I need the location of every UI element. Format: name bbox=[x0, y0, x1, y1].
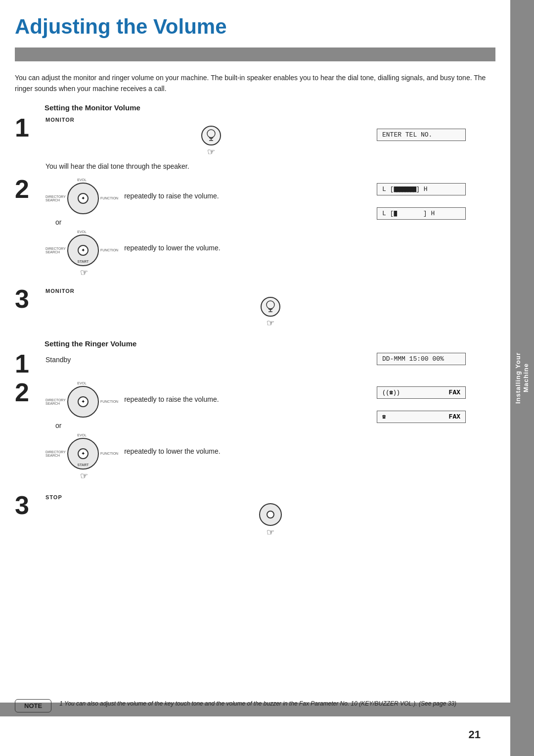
ringer-step-number-1: 1 bbox=[15, 351, 44, 377]
svg-point-0 bbox=[207, 130, 215, 138]
side-tab: Installing Your Machine bbox=[510, 0, 534, 756]
ringer-nav-down-row: EVOL DIRECTORYSEARCH START ✦ bbox=[45, 433, 377, 470]
ringer-displays: ((☎)) FAX ☎ FAX bbox=[377, 386, 466, 427]
nav-down-wrapper: EVOL DIRECTORYSEARCH START ✦ bbox=[45, 230, 118, 266]
monitor-label-3: MONITOR bbox=[45, 288, 495, 294]
monitor-label-1: MONITOR bbox=[45, 117, 377, 123]
or-text-1: or bbox=[55, 218, 377, 226]
step-number-2a: 2 bbox=[15, 176, 44, 202]
vol-low-display: L [█ ] H bbox=[377, 207, 466, 220]
monitor-step2-content: EVOL DIRECTORYSEARCH ✦ FUNCTION bbox=[44, 178, 377, 278]
hand-icon-ringer: ☞ bbox=[80, 471, 377, 481]
ringer-diamond-down: ✦ bbox=[81, 451, 85, 456]
nav-up-button[interactable]: ✦ bbox=[67, 183, 99, 214]
monitor-step2-right: L [████████] H L [█ ] H bbox=[377, 178, 495, 224]
stop-button[interactable] bbox=[259, 503, 282, 526]
side-tab-text: Installing Your Machine bbox=[514, 352, 530, 404]
enter-tel-display: ENTER TEL NO. bbox=[377, 129, 466, 141]
monitor-steps: 1 MONITOR bbox=[15, 117, 495, 331]
ringer-high-icon: ((☎)) bbox=[382, 389, 400, 396]
monitor-step2: 2 EVOL DIRECTORYSEARCH ✦ bbox=[15, 178, 377, 278]
nav-func-label-right2: FUNCTION bbox=[100, 248, 118, 252]
ringer-low-display: ☎ FAX bbox=[377, 411, 466, 423]
ringer-steps: 1 Standby DD-MMM 15:00 00% 2 bbox=[15, 353, 495, 540]
ringer-func-right: FUNCTION bbox=[100, 400, 118, 403]
ringer-raise-text: repeatedly to raise the volume. bbox=[124, 395, 219, 403]
nav-evol-label: EVOL bbox=[45, 178, 118, 182]
nav-down-row: EVOL DIRECTORYSEARCH START ✦ bbox=[45, 230, 377, 266]
nav-up-row: EVOL DIRECTORYSEARCH ✦ FUNCTION bbox=[45, 178, 377, 214]
spacer-2 bbox=[377, 403, 466, 411]
nav-diamond-up: ✦ bbox=[81, 195, 85, 201]
ringer-high-display: ((☎)) FAX bbox=[377, 386, 466, 399]
ringer-nav-up-button[interactable]: ✦ bbox=[67, 386, 99, 418]
monitor-svg-3 bbox=[264, 300, 277, 314]
ringer-lower-text: repeatedly to lower the volume. bbox=[124, 447, 221, 455]
monitor-step3-content: MONITOR ☞ bbox=[44, 288, 495, 331]
step-number-3a: 3 bbox=[15, 286, 44, 312]
nav-inner-down: ✦ bbox=[78, 245, 89, 256]
monitor-svg-1 bbox=[204, 129, 218, 142]
page-number: 21 bbox=[469, 728, 481, 741]
stop-label: STOP bbox=[45, 494, 495, 500]
ringer-nav-down-container: DIRECTORYSEARCH START ✦ FUNCTION bbox=[45, 438, 118, 470]
raise-volume-text: repeatedly to raise the volume. bbox=[124, 192, 219, 200]
ringer-section-heading: Setting the Ringer Volume bbox=[44, 339, 495, 348]
stop-button-icon: ☞ bbox=[45, 503, 495, 538]
main-content: Adjusting the Volume You can adjust the … bbox=[0, 0, 510, 756]
ringer-step2-right: ((☎)) FAX ☎ FAX bbox=[377, 381, 495, 427]
spacer-1 bbox=[377, 199, 466, 207]
nav-diamond-down: ✦ bbox=[81, 247, 85, 253]
monitor-button-3: ☞ bbox=[45, 297, 495, 329]
monitor-step1-left: 1 MONITOR bbox=[15, 117, 377, 178]
ringer-step3-content: STOP ☞ bbox=[44, 494, 495, 540]
ringer-dir-left2: DIRECTORYSEARCH bbox=[45, 450, 66, 457]
monitor-step2-left: 2 EVOL DIRECTORYSEARCH ✦ bbox=[15, 178, 377, 283]
standby-display: DD-MMM 15:00 00% bbox=[377, 353, 466, 365]
ringer-step-number-3: 3 bbox=[15, 492, 44, 518]
monitor-step1-text: You will hear the dial tone through the … bbox=[45, 162, 377, 170]
monitor-step2-row: 2 EVOL DIRECTORYSEARCH ✦ bbox=[15, 178, 495, 283]
ringer-nav-down-button[interactable]: START ✦ bbox=[67, 438, 99, 470]
monitor-icon-3 bbox=[261, 297, 280, 317]
stop-inner bbox=[267, 511, 274, 519]
ringer-step1-content: Standby bbox=[44, 353, 377, 367]
ringer-func-right2: FUNCTION bbox=[100, 452, 118, 455]
hand-icon-2: ☞ bbox=[80, 267, 377, 278]
hand-icon-stop: ☞ bbox=[267, 527, 274, 538]
note-box: NOTE bbox=[15, 699, 51, 712]
monitor-step1-right: ENTER TEL NO. bbox=[377, 117, 495, 145]
page-title: Adjusting the Volume bbox=[15, 0, 495, 47]
monitor-step1-content: MONITOR ☞ bbox=[44, 117, 377, 173]
ringer-nav-down-wrapper: EVOL DIRECTORYSEARCH START ✦ bbox=[45, 433, 118, 470]
ringer-start-label: START bbox=[78, 463, 89, 467]
ringer-evol-label2: EVOL bbox=[45, 433, 118, 437]
vol-bars-low: █ bbox=[394, 211, 423, 217]
ringer-evol-label: EVOL bbox=[45, 381, 118, 385]
nav-dir-label-left: DIRECTORYSEARCH bbox=[45, 195, 66, 202]
ringer-step1: 1 Standby bbox=[15, 353, 377, 377]
step-number-1: 1 bbox=[15, 115, 44, 141]
ringer-dir-left: DIRECTORYSEARCH bbox=[45, 398, 66, 405]
ringer-nav-up-row: EVOL DIRECTORYSEARCH ✦ FUNCTION bbox=[45, 381, 377, 418]
nav-func-label-right: FUNCTION bbox=[100, 196, 118, 200]
nav-inner-up: ✦ bbox=[78, 193, 89, 204]
ringer-step2-row: 2 EVOL DIRECTORYSEARCH ✦ bbox=[15, 381, 495, 486]
ringer-nav-inner-up: ✦ bbox=[78, 396, 89, 407]
monitor-step3: 3 MONITOR ☞ bbox=[15, 288, 495, 331]
start-label: START bbox=[78, 260, 89, 263]
top-bar bbox=[15, 47, 495, 61]
svg-point-3 bbox=[267, 301, 274, 309]
ringer-step-number-2: 2 bbox=[15, 379, 44, 405]
ringer-step2-content: EVOL DIRECTORYSEARCH ✦ FUNCTION bbox=[44, 381, 377, 481]
nav-down-button[interactable]: START ✦ bbox=[67, 235, 99, 266]
ringer-nav-inner-down: ✦ bbox=[78, 448, 89, 459]
nav-up-wrapper: EVOL DIRECTORYSEARCH ✦ FUNCTION bbox=[45, 178, 118, 214]
monitor-step1: 1 MONITOR bbox=[15, 117, 377, 173]
ringer-step2: 2 EVOL DIRECTORYSEARCH ✦ bbox=[15, 381, 377, 481]
ringer-high-fax: FAX bbox=[449, 389, 460, 396]
note-text: 1 You can also adjust the volume of the … bbox=[59, 699, 456, 708]
ringer-step1-left: 1 Standby bbox=[15, 353, 377, 381]
ringer-nav-up-container: DIRECTORYSEARCH ✦ FUNCTION bbox=[45, 386, 118, 418]
or-text-2: or bbox=[55, 422, 377, 429]
